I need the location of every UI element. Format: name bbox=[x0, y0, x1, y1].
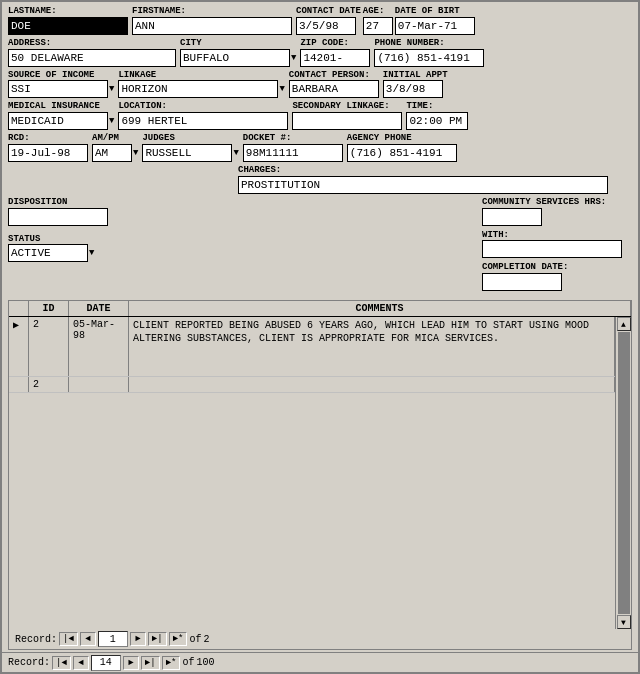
secondary-linkage-group: SECONDARY LINKAGE: bbox=[292, 101, 402, 130]
col-arrow bbox=[9, 301, 29, 316]
initial-appt-input[interactable] bbox=[383, 80, 443, 98]
phone-label: PHONE NUMBER: bbox=[374, 38, 484, 49]
subform-area: ID DATE COMMENTS ▶ 2 05-Mar- 98 CLIENT R… bbox=[8, 300, 632, 650]
bottom-nav-new[interactable]: ►* bbox=[162, 656, 181, 670]
zip-group: ZIP CODE: bbox=[300, 38, 370, 67]
bottom-record-label: Record: bbox=[8, 657, 50, 668]
bottom-record-number[interactable] bbox=[91, 655, 121, 671]
community-services-input[interactable] bbox=[482, 208, 542, 226]
ampm-input[interactable] bbox=[92, 144, 132, 162]
subform-record-number[interactable] bbox=[98, 631, 128, 647]
docket-label: DOCKET #: bbox=[243, 133, 343, 144]
rcd-label: RCD: bbox=[8, 133, 88, 144]
rcd-input[interactable] bbox=[8, 144, 88, 162]
status-input[interactable] bbox=[8, 244, 88, 262]
city-input[interactable] bbox=[180, 49, 290, 67]
subform-scrollbar: ▲ ▼ bbox=[615, 317, 631, 629]
scroll-down-btn[interactable]: ▼ bbox=[617, 615, 631, 629]
secondary-linkage-input[interactable] bbox=[292, 112, 402, 130]
contact-date-input[interactable] bbox=[296, 17, 356, 35]
dob-input[interactable] bbox=[395, 17, 475, 35]
time-input[interactable] bbox=[406, 112, 468, 130]
judges-group: JUDGES ▼ bbox=[142, 133, 238, 162]
bottom-nav-next[interactable]: ► bbox=[123, 656, 139, 670]
status-label: STATUS bbox=[8, 234, 108, 245]
source-income-input[interactable] bbox=[8, 80, 108, 98]
secondary-linkage-label: SECONDARY LINKAGE: bbox=[292, 101, 402, 112]
ampm-group: AM/PM ▼ bbox=[92, 133, 138, 162]
bottom-nav-first[interactable]: |◄ bbox=[52, 656, 71, 670]
bottom-nav-last[interactable]: ►| bbox=[141, 656, 160, 670]
subform-record-total: 2 bbox=[203, 634, 209, 645]
col-date-header: DATE bbox=[69, 301, 129, 316]
scroll-up-btn[interactable]: ▲ bbox=[617, 317, 631, 331]
judges-input[interactable] bbox=[142, 144, 232, 162]
subform-nav-new[interactable]: ►* bbox=[169, 632, 188, 646]
bottom-status-bar: Record: |◄ ◄ ► ►| ►* of 100 bbox=[2, 652, 638, 672]
initial-appt-label: INITIAL APPT bbox=[383, 70, 448, 81]
dob-group: DATE OF BIRT bbox=[395, 6, 475, 35]
dob-label: DATE OF BIRT bbox=[395, 6, 475, 17]
contact-person-input[interactable] bbox=[289, 80, 379, 98]
row-comments: CLIENT REPORTED BEING ABUSED 6 YEARS AGO… bbox=[129, 317, 615, 376]
completion-date-input[interactable] bbox=[482, 273, 562, 291]
bottom-nav-prev[interactable]: ◄ bbox=[73, 656, 89, 670]
row-2: ADDRESS: CITY ▼ ZIP CODE: PHONE NUMBER: bbox=[8, 38, 632, 67]
initial-appt-group: INITIAL APPT bbox=[383, 70, 448, 99]
row-6: CHARGES: bbox=[238, 165, 632, 194]
firstname-group: FIRSTNAME: bbox=[132, 6, 292, 35]
medical-insurance-input[interactable] bbox=[8, 112, 108, 130]
subform-nav-prev[interactable]: ◄ bbox=[80, 632, 96, 646]
completion-date-group: COMPLETION DATE: bbox=[482, 262, 622, 291]
source-income-label: SOURCE OF INCOME bbox=[8, 70, 114, 81]
subform-nav-next[interactable]: ► bbox=[130, 632, 146, 646]
age-group: AGE: bbox=[363, 6, 393, 35]
row2-comments bbox=[129, 377, 615, 392]
subform-nav-last[interactable]: ►| bbox=[148, 632, 167, 646]
main-window: LASTNAME: FIRSTNAME: CONTACT DATE AGE: D… bbox=[0, 0, 640, 674]
lastname-input[interactable] bbox=[8, 17, 128, 35]
agency-phone-input[interactable] bbox=[347, 144, 457, 162]
row-4: MEDICAL INSURANCE ▼ LOCATION: SECONDARY … bbox=[8, 101, 632, 130]
firstname-label: FIRSTNAME: bbox=[132, 6, 292, 17]
address-label: ADDRESS: bbox=[8, 38, 176, 49]
subform-header: ID DATE COMMENTS bbox=[9, 301, 631, 317]
linkage-group: LINKAGE ▼ bbox=[118, 70, 284, 99]
address-input[interactable] bbox=[8, 49, 176, 67]
contact-person-label: CONTACT PERSON: bbox=[289, 70, 379, 81]
age-input[interactable] bbox=[363, 17, 393, 35]
with-input[interactable] bbox=[482, 240, 622, 258]
charges-group: CHARGES: bbox=[238, 165, 608, 194]
scroll-track[interactable] bbox=[618, 332, 630, 614]
age-label: AGE: bbox=[363, 6, 393, 17]
completion-date-label: COMPLETION DATE: bbox=[482, 262, 622, 273]
row2-date bbox=[69, 377, 129, 392]
subform-record-label: Record: bbox=[15, 634, 57, 645]
phone-input[interactable] bbox=[374, 49, 484, 67]
medical-insurance-label: MEDICAL INSURANCE bbox=[8, 101, 114, 112]
zip-input[interactable] bbox=[300, 49, 370, 67]
col-id-header: ID bbox=[29, 301, 69, 316]
subform-of-label: of bbox=[189, 634, 201, 645]
subform-table: ▶ 2 05-Mar- 98 CLIENT REPORTED BEING ABU… bbox=[9, 317, 615, 629]
firstname-input[interactable] bbox=[132, 17, 292, 35]
location-input[interactable] bbox=[118, 112, 288, 130]
row2-arrow bbox=[9, 377, 29, 392]
docket-input[interactable] bbox=[243, 144, 343, 162]
row2-id: 2 bbox=[29, 377, 69, 392]
linkage-input[interactable] bbox=[118, 80, 278, 98]
location-group: LOCATION: bbox=[118, 101, 288, 130]
contact-date-group: CONTACT DATE bbox=[296, 6, 361, 35]
charges-input[interactable] bbox=[238, 176, 608, 194]
disposition-input[interactable] bbox=[8, 208, 108, 226]
contact-date-label: CONTACT DATE bbox=[296, 6, 361, 17]
form-area: LASTNAME: FIRSTNAME: CONTACT DATE AGE: D… bbox=[2, 2, 638, 298]
bottom-record-total: 100 bbox=[196, 657, 214, 668]
community-services-group: COMMUNITY SERVICES HRS: bbox=[482, 197, 622, 226]
ampm-label: AM/PM bbox=[92, 133, 138, 144]
disposition-label: DISPOSITION bbox=[8, 197, 108, 208]
subform-nav-first[interactable]: |◄ bbox=[59, 632, 78, 646]
time-group: TIME: bbox=[406, 101, 468, 130]
bottom-of-label: of bbox=[182, 657, 194, 668]
zip-label: ZIP CODE: bbox=[300, 38, 370, 49]
